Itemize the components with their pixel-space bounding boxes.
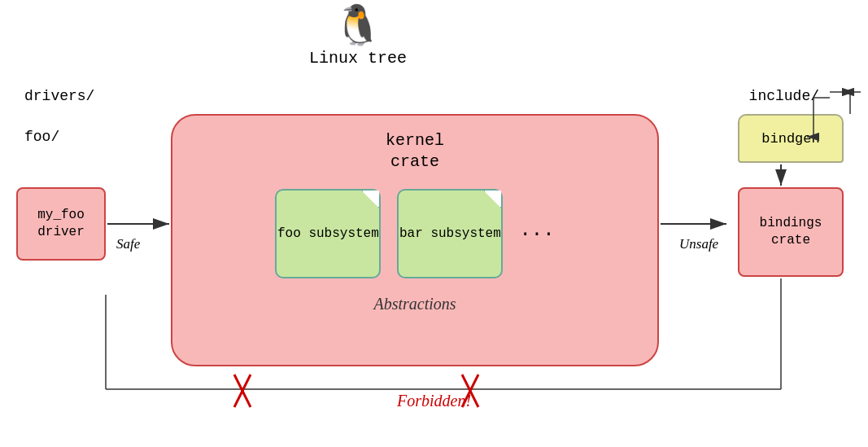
kernel-crate-title: kernelcrate xyxy=(386,130,444,173)
svg-line-17 xyxy=(234,375,251,407)
unsafe-label: Unsafe xyxy=(679,236,718,252)
bindgen-label: bindgen xyxy=(761,131,819,147)
bar-subsystem-box: bar subsystem xyxy=(397,189,503,278)
subsystems-row: foo subsystem bar subsystem ··· xyxy=(275,189,554,278)
svg-line-18 xyxy=(234,375,251,407)
my-foo-driver-box: my_foodriver xyxy=(16,187,106,261)
diagram-container: 🐧 Linux tree drivers/ foo/ include/ my_f… xyxy=(0,0,868,447)
bar-subsystem-label: bar subsystem xyxy=(399,226,501,243)
ellipsis-label: ··· xyxy=(519,223,554,245)
svg-line-16 xyxy=(106,224,108,295)
bindgen-box: bindgen xyxy=(738,114,844,163)
safe-label: Safe xyxy=(116,236,140,252)
forbidden-label: Forbidden! xyxy=(397,392,471,410)
linux-tree-label: Linux tree xyxy=(309,49,407,68)
bindings-crate-box: bindingscrate xyxy=(738,187,844,277)
kernel-crate-box: kernelcrate foo subsystem bar subsystem … xyxy=(171,114,659,366)
include-label: include/ xyxy=(749,88,819,104)
tux-icon: 🐧 xyxy=(334,8,382,47)
abstractions-label: Abstractions xyxy=(373,295,456,313)
foo-label: foo/ xyxy=(24,129,59,145)
foo-subsystem-box: foo subsystem xyxy=(275,189,381,278)
tux-area: 🐧 Linux tree xyxy=(309,8,407,68)
drivers-label: drivers/ xyxy=(24,88,94,104)
my-foo-driver-label: my_foodriver xyxy=(37,207,85,241)
foo-subsystem-label: foo subsystem xyxy=(277,226,379,243)
bindings-crate-label: bindingscrate xyxy=(760,215,822,249)
